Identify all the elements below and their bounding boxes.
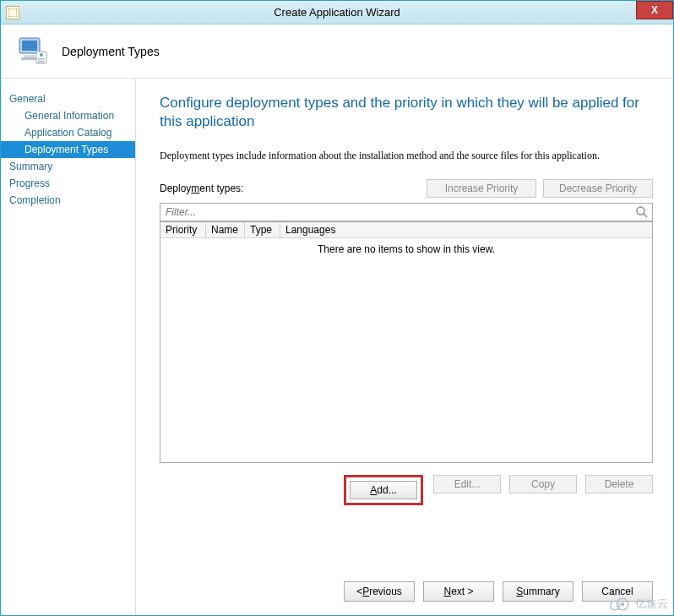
svg-line-9 (644, 214, 647, 217)
button-label: Edit... (454, 478, 481, 490)
nav-application-catalog[interactable]: Application Catalog (1, 124, 135, 141)
banner-title: Deployment Types (62, 45, 160, 58)
titlebar: Create Application Wizard X (1, 1, 673, 25)
nav-label: Summary (9, 161, 52, 172)
nav-deployment-types[interactable]: Deployment Types (1, 141, 135, 158)
grid-empty: There are no items to show in this view. (160, 238, 652, 462)
deployment-types-label: Deployment types: (160, 183, 243, 194)
decrease-priority-button[interactable]: Decrease Priority (543, 179, 653, 198)
nav-label: General (9, 93, 46, 105)
col-type[interactable]: Type (245, 222, 280, 237)
priority-buttons: Increase Priority Decrease Priority (427, 179, 653, 198)
nav-summary[interactable]: Summary (1, 158, 135, 175)
deployment-row: Deployment types: Increase Priority Decr… (160, 179, 653, 198)
next-button[interactable]: Next > (423, 581, 494, 602)
nav-label: Deployment Types (24, 144, 108, 155)
add-button[interactable]: Add... (350, 481, 417, 499)
banner: Deployment Types (1, 25, 673, 79)
col-priority[interactable]: Priority (160, 222, 206, 237)
svg-rect-1 (22, 41, 37, 51)
nav-label: General Information (24, 110, 114, 122)
copy-button[interactable]: Copy (509, 475, 577, 493)
wizard-footer: < Previous Next > Summary Cancel (160, 548, 653, 602)
nav-general-information[interactable]: General Information (1, 107, 135, 124)
main-panel: Configure deployment types and the prior… (136, 79, 673, 615)
search-icon (635, 205, 649, 219)
previous-button[interactable]: < Previous (344, 581, 415, 602)
deployment-types-grid[interactable]: Priority Name Type Languages There are n… (160, 221, 653, 463)
empty-text: There are no items to show in this view. (318, 243, 495, 255)
edit-button[interactable]: Edit... (433, 475, 501, 493)
delete-button[interactable]: Delete (585, 475, 653, 493)
nav-label: Completion (9, 194, 61, 206)
nav-progress[interactable]: Progress (1, 175, 135, 192)
window-title: Create Application Wizard (274, 6, 400, 19)
svg-rect-7 (38, 61, 45, 63)
nav-label: Progress (9, 177, 50, 189)
sidebar: General General Information Application … (1, 79, 136, 615)
cancel-button[interactable]: Cancel (582, 581, 653, 602)
wizard-icon (16, 35, 50, 68)
grid-actions: Add... Edit... Copy Delete (160, 475, 653, 505)
svg-rect-2 (24, 55, 35, 57)
svg-rect-3 (21, 57, 38, 60)
increase-priority-button[interactable]: Increase Priority (427, 179, 536, 198)
svg-point-5 (40, 53, 43, 57)
grid-header: Priority Name Type Languages (160, 222, 652, 238)
svg-rect-6 (38, 58, 45, 60)
button-label: Decrease Priority (559, 183, 637, 194)
button-label: Cancel (601, 586, 633, 597)
add-highlight: Add... (344, 475, 423, 505)
button-label: Delete (605, 478, 634, 490)
wizard-body: General General Information Application … (1, 79, 673, 615)
svg-point-8 (637, 207, 644, 215)
col-name[interactable]: Name (206, 222, 245, 237)
wizard-window: Create Application Wizard X Deployment T… (0, 0, 674, 616)
col-languages[interactable]: Languages (280, 222, 652, 237)
filter-input[interactable] (164, 204, 632, 221)
filter-box (160, 203, 653, 221)
button-label: Copy (531, 478, 555, 490)
page-heading: Configure deployment types and the prior… (160, 94, 653, 131)
page-description: Deployment types include information abo… (160, 150, 653, 162)
button-label: Increase Priority (445, 183, 519, 194)
close-icon: X (651, 4, 658, 16)
app-icon (6, 6, 19, 19)
nav-general[interactable]: General (1, 90, 135, 107)
summary-button[interactable]: Summary (503, 581, 573, 602)
nav-label: Application Catalog (24, 127, 111, 139)
nav-completion[interactable]: Completion (1, 192, 135, 209)
close-button[interactable]: X (636, 1, 673, 19)
